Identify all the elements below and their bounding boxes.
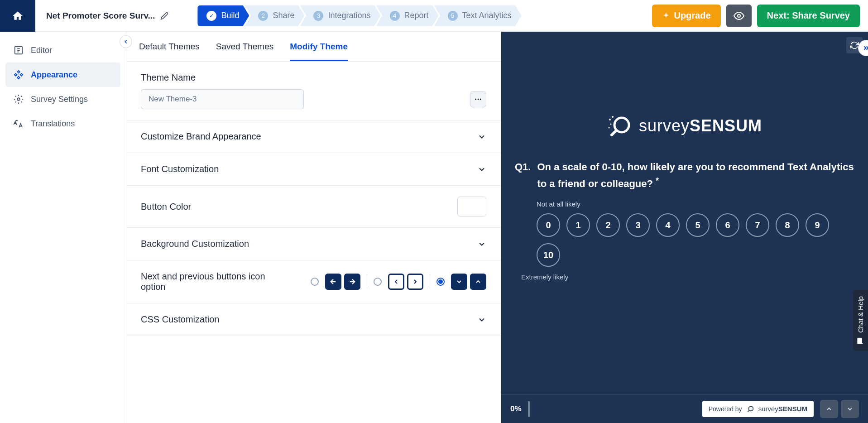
button-color-swatch[interactable] bbox=[457, 197, 486, 216]
tab-default-themes[interactable]: Default Themes bbox=[139, 42, 200, 61]
nav-option-radio-3[interactable] bbox=[436, 278, 445, 286]
step-number: 4 bbox=[390, 11, 400, 21]
svg-point-4 bbox=[478, 99, 479, 100]
sidebar-item-appearance[interactable]: Appearance bbox=[5, 62, 120, 87]
editor-icon bbox=[14, 45, 24, 55]
edit-icon[interactable] bbox=[160, 12, 168, 20]
question-number: Q1. bbox=[515, 159, 531, 191]
progress-bar bbox=[528, 401, 530, 417]
scale-option-6[interactable]: 6 bbox=[716, 213, 739, 237]
chevron-down-icon bbox=[477, 240, 486, 249]
svg-point-2 bbox=[17, 98, 20, 101]
scale-option-1[interactable]: 1 bbox=[566, 213, 590, 237]
scale-option-8[interactable]: 8 bbox=[776, 213, 799, 237]
refresh-icon bbox=[850, 41, 859, 50]
upgrade-label: Upgrade bbox=[674, 10, 710, 21]
chevron-down-icon bbox=[477, 165, 486, 174]
sidebar-label: Survey Settings bbox=[31, 95, 88, 104]
appearance-icon bbox=[14, 70, 24, 80]
brand-text-light: survey bbox=[639, 116, 690, 135]
scale-high-label: Extremely likely bbox=[521, 273, 854, 281]
scale-option-3[interactable]: 3 bbox=[626, 213, 650, 237]
chat-label: Chat & Help bbox=[857, 296, 864, 333]
step-label: Build bbox=[221, 11, 239, 20]
scale-option-0[interactable]: 0 bbox=[537, 213, 560, 237]
section-css[interactable]: CSS Customization bbox=[126, 303, 501, 336]
section-nav-icons: Next and previous buttons icon option bbox=[126, 260, 501, 303]
chevron-up-icon bbox=[470, 274, 486, 290]
chevron-down-icon bbox=[846, 405, 854, 413]
question-text: On a scale of 0-10, how likely are you t… bbox=[537, 159, 854, 191]
preview-button[interactable] bbox=[726, 5, 752, 27]
sidebar-item-settings[interactable]: Survey Settings bbox=[5, 87, 120, 111]
svg-point-7 bbox=[609, 119, 611, 120]
check-icon: ✓ bbox=[206, 11, 216, 21]
theme-name-label: Theme Name bbox=[141, 72, 486, 83]
chevron-left-icon bbox=[123, 38, 129, 45]
logo-icon bbox=[607, 113, 633, 139]
step-label: Report bbox=[404, 11, 429, 20]
step-integrations[interactable]: 3 Integrations bbox=[300, 5, 380, 26]
nav-option-radio-2[interactable] bbox=[374, 278, 382, 286]
gear-icon bbox=[14, 94, 24, 104]
section-title: Button Color bbox=[141, 202, 191, 212]
next-label: Next: Share Survey bbox=[767, 10, 850, 21]
step-report[interactable]: 4 Report bbox=[376, 5, 439, 26]
next-button[interactable]: Next: Share Survey bbox=[757, 5, 860, 27]
step-number: 2 bbox=[258, 11, 268, 21]
chevron-down-icon bbox=[477, 315, 486, 324]
sidebar-item-translations[interactable]: Translations bbox=[5, 111, 120, 136]
brand-logo-area: surveySENSUM bbox=[501, 32, 868, 159]
svg-point-9 bbox=[610, 124, 611, 125]
chat-icon bbox=[857, 337, 864, 345]
step-number: 3 bbox=[313, 11, 323, 21]
divider bbox=[430, 274, 430, 289]
preview-prev-button[interactable] bbox=[820, 400, 838, 418]
tab-modify-theme[interactable]: Modify Theme bbox=[290, 42, 348, 61]
sidebar-item-editor[interactable]: Editor bbox=[5, 38, 120, 62]
section-brand[interactable]: Customize Brand Appearance bbox=[126, 120, 501, 153]
step-build[interactable]: ✓ Build bbox=[197, 5, 249, 26]
powered-by-text: Powered by bbox=[709, 405, 742, 413]
svg-point-11 bbox=[748, 406, 753, 411]
wizard-steps: ✓ Build 2 Share 3 Integrations 4 Report … bbox=[197, 5, 521, 26]
arrow-left-icon bbox=[325, 274, 341, 290]
chevrons-right-icon bbox=[862, 44, 868, 52]
scale-option-4[interactable]: 4 bbox=[656, 213, 680, 237]
home-icon bbox=[12, 10, 24, 22]
step-share[interactable]: 2 Share bbox=[245, 5, 304, 26]
section-title: Font Customization bbox=[141, 164, 219, 174]
powered-by-badge[interactable]: Powered by surveySENSUM bbox=[702, 401, 814, 417]
sidebar-label: Translations bbox=[31, 119, 75, 129]
sidebar-label: Appearance bbox=[31, 70, 77, 80]
scale-option-7[interactable]: 7 bbox=[746, 213, 769, 237]
section-button-color: Button Color bbox=[126, 186, 501, 228]
section-font[interactable]: Font Customization bbox=[126, 153, 501, 186]
section-title: Next and previous buttons icon option bbox=[141, 271, 286, 292]
tab-saved-themes[interactable]: Saved Themes bbox=[216, 42, 273, 61]
chat-help-tab[interactable]: Chat & Help bbox=[853, 290, 868, 351]
scale-option-5[interactable]: 5 bbox=[686, 213, 710, 237]
nps-scale: 0 1 2 3 4 5 6 7 8 9 10 bbox=[537, 213, 854, 267]
divider bbox=[367, 274, 367, 289]
step-number: 5 bbox=[448, 11, 458, 21]
theme-more-button[interactable] bbox=[470, 91, 486, 107]
section-background[interactable]: Background Customization bbox=[126, 228, 501, 260]
section-title: CSS Customization bbox=[141, 314, 219, 325]
scale-option-2[interactable]: 2 bbox=[596, 213, 620, 237]
chevron-up-icon bbox=[825, 405, 833, 413]
sidebar-label: Editor bbox=[31, 46, 52, 55]
collapse-left-button[interactable] bbox=[120, 35, 132, 48]
theme-name-input[interactable] bbox=[141, 89, 304, 109]
step-text-analytics[interactable]: 5 Text Analytics bbox=[434, 5, 522, 26]
upgrade-button[interactable]: Upgrade bbox=[652, 5, 720, 27]
scale-low-label: Not at all likely bbox=[537, 200, 854, 208]
preview-next-button[interactable] bbox=[841, 400, 859, 418]
scale-option-10[interactable]: 10 bbox=[537, 243, 560, 267]
progress-percent: 0% bbox=[510, 404, 522, 413]
nav-option-radio-1[interactable] bbox=[311, 278, 319, 286]
svg-point-3 bbox=[475, 99, 476, 100]
left-sidebar: Editor Appearance Survey Settings Transl… bbox=[0, 32, 126, 423]
home-button[interactable] bbox=[0, 0, 35, 32]
scale-option-9[interactable]: 9 bbox=[806, 213, 829, 237]
